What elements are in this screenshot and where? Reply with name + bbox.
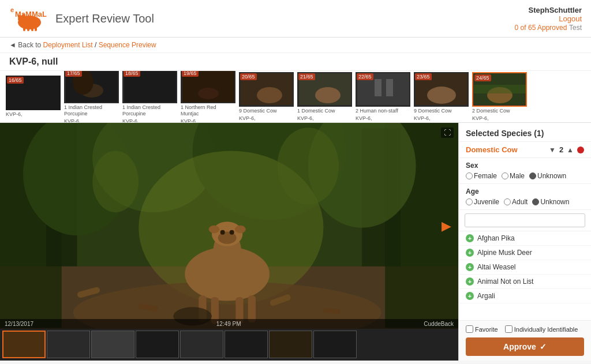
svg-rect-24: [386, 79, 393, 96]
svg-point-53: [220, 230, 225, 235]
breadcrumb-separator-2: /: [95, 41, 99, 49]
film-badge: 16/65: [7, 77, 24, 84]
species-header: Selected Species (1): [459, 123, 591, 142]
age-unknown-radio[interactable]: [532, 198, 539, 205]
list-item[interactable]: [2, 331, 46, 358]
age-adult-label: Adult: [512, 198, 528, 206]
list-item[interactable]: + Alpine Musk Deer: [459, 246, 591, 260]
approve-button[interactable]: Approve ✓: [466, 337, 584, 356]
svg-rect-8: [23, 27, 25, 31]
sex-unknown-option[interactable]: Unknown: [529, 172, 566, 180]
svg-rect-10: [31, 27, 33, 31]
list-item[interactable]: 24/65 2 Domestic Cow KVP-6,: [472, 72, 527, 122]
add-species-icon[interactable]: +: [466, 277, 474, 286]
count-down-button[interactable]: ▼: [549, 146, 556, 154]
species-search: [459, 210, 591, 231]
list-item[interactable]: [225, 331, 268, 358]
list-item[interactable]: [91, 331, 134, 358]
camera-brand: CuddeBack: [424, 321, 454, 327]
film-badge: 24/65: [474, 74, 491, 81]
main-content: ▶ ⛶ 12/13/2017 12:49 PM CuddeBack Select…: [0, 123, 591, 361]
sequence-preview-link[interactable]: Sequence Preview: [99, 41, 156, 49]
list-item[interactable]: [313, 331, 357, 358]
individually-identifiable-label: Individually Identifiable: [514, 326, 578, 333]
sex-male-option[interactable]: Male: [502, 172, 525, 180]
individually-identifiable-option[interactable]: Individually Identifiable: [505, 325, 578, 333]
sex-section: Sex Female Male Unknown: [459, 158, 591, 184]
species-item-label: Argali: [477, 292, 495, 300]
film-badge: 22/65: [357, 73, 373, 80]
list-item[interactable]: 21/65 1 Domestic Cow KVP-6,: [297, 72, 352, 122]
timestamp-time: 12:49 PM: [216, 321, 241, 327]
list-item[interactable]: 17/65 1 Indian Crested Porcupine KVP-6,: [64, 71, 119, 123]
svg-rect-58: [248, 295, 256, 322]
list-item[interactable]: [47, 331, 90, 358]
species-name-label[interactable]: Domestic Cow: [466, 145, 545, 154]
favorite-option[interactable]: Favorite: [466, 325, 498, 333]
logout-link[interactable]: Logout: [515, 14, 582, 23]
species-item-label: Animal Not on List: [477, 277, 533, 286]
username: StephSchuttler: [529, 6, 582, 14]
sex-male-label: Male: [510, 172, 525, 180]
svg-text:e: e: [10, 6, 14, 13]
list-item[interactable]: + Animal Not on List: [459, 275, 591, 289]
page-title-bar: KVP-6, null: [0, 53, 591, 71]
deployment-list-link[interactable]: Deployment List: [43, 41, 93, 49]
age-unknown-option[interactable]: Unknown: [532, 198, 569, 206]
expand-button[interactable]: ⛶: [441, 127, 454, 138]
delete-species-button[interactable]: [577, 147, 584, 153]
film-badge: 23/65: [415, 73, 432, 80]
list-item[interactable]: [269, 331, 312, 358]
sex-female-option[interactable]: Female: [466, 172, 497, 180]
logo-area: e MaMMaL Expert Review Tool: [9, 4, 154, 33]
timestamp-bar: 12/13/2017 12:49 PM CuddeBack: [0, 319, 458, 329]
species-search-input[interactable]: [465, 213, 585, 227]
list-item[interactable]: [136, 331, 179, 358]
age-label: Age: [466, 187, 584, 196]
sex-female-radio[interactable]: [466, 172, 473, 179]
play-button[interactable]: ▶: [442, 219, 451, 234]
list-item[interactable]: 16/65 KVP-6,: [6, 76, 61, 118]
add-species-icon[interactable]: +: [466, 249, 474, 257]
list-item[interactable]: + Altai Weasel: [459, 260, 591, 275]
film-badge: 20/65: [240, 73, 257, 80]
svg-rect-29: [474, 85, 526, 93]
breadcrumb: ◄ Back to Deployment List / Sequence Pre…: [0, 37, 591, 53]
svg-point-51: [235, 226, 246, 233]
svg-point-7: [33, 18, 40, 23]
svg-point-26: [427, 87, 456, 104]
approve-checkmark: ✓: [540, 342, 547, 351]
list-item[interactable]: 19/65 1 Northern Red Muntjac KVP-6,: [181, 71, 235, 123]
list-item[interactable]: + Afghan Pika: [459, 231, 591, 246]
list-item[interactable]: 20/65 9 Domestic Cow KVP-6,: [239, 72, 294, 122]
list-item[interactable]: + Argali: [459, 289, 591, 303]
add-species-icon[interactable]: +: [466, 263, 474, 271]
age-adult-option[interactable]: Adult: [504, 198, 528, 206]
filmstrip-top: 16/65 KVP-6, 17/65 1 Indian Crested Porc…: [0, 71, 591, 123]
age-adult-radio[interactable]: [504, 198, 511, 205]
count-up-button[interactable]: ▲: [567, 146, 574, 154]
back-button[interactable]: ◄ Back to: [9, 41, 41, 49]
list-item[interactable]: [180, 331, 223, 358]
header: e MaMMaL Expert Review Tool StephSchuttl…: [0, 0, 591, 37]
test-label: Test: [569, 24, 582, 32]
sex-label: Sex: [466, 162, 584, 170]
image-viewer: ▶ ⛶ 12/13/2017 12:49 PM CuddeBack: [0, 123, 458, 329]
svg-point-6: [22, 14, 25, 17]
favorite-checkbox[interactable]: [466, 325, 473, 333]
add-species-icon[interactable]: +: [466, 292, 474, 300]
list-item[interactable]: 23/65 9 Domestic Cow KVP-6,: [414, 72, 469, 122]
list-item[interactable]: 22/65 2 Human non-staff KVP-6,: [356, 72, 410, 122]
age-juvenile-option[interactable]: Juvenile: [466, 198, 499, 206]
species-item-label: Afghan Pika: [477, 234, 515, 242]
svg-point-54: [230, 230, 234, 235]
add-species-icon[interactable]: +: [466, 234, 474, 242]
right-panel: Selected Species (1) Domestic Cow ▼ 2 ▲ …: [458, 123, 591, 361]
sex-male-radio[interactable]: [502, 172, 508, 179]
list-item[interactable]: 18/65 1 Indian Crested Porcupine KVP-6,: [122, 71, 177, 123]
sex-unknown-radio[interactable]: [529, 172, 536, 179]
timestamp-date: 12/13/2017: [5, 321, 33, 327]
age-juvenile-radio[interactable]: [466, 198, 473, 205]
svg-point-60: [92, 151, 139, 212]
individually-identifiable-checkbox[interactable]: [505, 325, 513, 333]
